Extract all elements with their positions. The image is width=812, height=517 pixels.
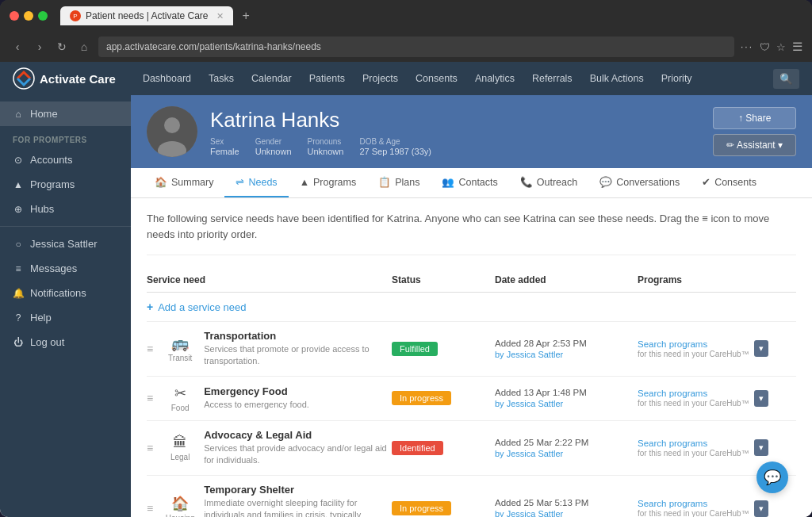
need-left-legal: ≡ 🏛 Legal Advocacy & Legal Aid Services … xyxy=(147,429,392,467)
shelter-label: Housing xyxy=(166,514,195,517)
need-text-shelter: Temporary Shelter Immediate overnight sl… xyxy=(204,484,392,517)
accounts-icon: ⊙ xyxy=(13,155,24,166)
fullscreen-button[interactable] xyxy=(38,11,48,21)
patient-info: Katrina Hanks Sex Female Gender Unknown xyxy=(210,108,700,156)
sidebar-item-logout[interactable]: ⏻ Log out xyxy=(0,330,131,354)
nav-consents[interactable]: Consents xyxy=(408,70,465,87)
sidebar-item-messages[interactable]: ≡ Messages xyxy=(0,256,131,281)
home-button[interactable]: ⌂ xyxy=(76,40,92,53)
sidebar-item-home[interactable]: ⌂ Home xyxy=(0,101,131,126)
tab-favicon: P xyxy=(70,10,81,21)
nav-priority[interactable]: Priority xyxy=(653,70,700,87)
dropdown-btn-legal[interactable]: ▾ xyxy=(754,439,768,456)
traffic-lights xyxy=(10,11,48,21)
nav-analytics[interactable]: Analytics xyxy=(467,70,523,87)
chat-fab-button[interactable]: 💬 xyxy=(756,461,788,493)
back-button[interactable]: ‹ xyxy=(10,40,25,53)
nav-calendar[interactable]: Calendar xyxy=(243,70,300,87)
legal-label: Legal xyxy=(170,453,190,461)
search-programs-link-shelter[interactable]: Search programs xyxy=(638,499,749,508)
tab-plans[interactable]: 📋 Plans xyxy=(367,168,431,197)
forward-button[interactable]: › xyxy=(32,40,48,53)
settings-icon[interactable]: ☰ xyxy=(792,40,802,54)
tab-contacts[interactable]: 👥 Contacts xyxy=(431,168,508,197)
dropdown-btn-shelter[interactable]: ▾ xyxy=(754,500,768,517)
bookmark-icon[interactable]: ☆ xyxy=(776,41,786,53)
tab-needs[interactable]: ⇌ Needs xyxy=(224,168,288,197)
tab-close-icon[interactable]: ✕ xyxy=(216,11,224,21)
dropdown-btn-transportation[interactable]: ▾ xyxy=(754,340,768,357)
tab-summary[interactable]: 🏠 Summary xyxy=(144,168,224,197)
nav-projects[interactable]: Projects xyxy=(354,70,406,87)
need-desc-transportation: Services that promote or provide access … xyxy=(204,343,392,368)
browser-window: P Patient needs | Activate Care ✕ + ‹ › … xyxy=(0,0,812,517)
add-need-row[interactable]: + Add a service need xyxy=(147,293,796,322)
address-bar[interactable] xyxy=(98,36,734,57)
programs-text-shelter: Search programs for this need in your Ca… xyxy=(638,499,749,517)
sidebar-notifications-label: Notifications xyxy=(30,287,86,299)
drag-handle-legal[interactable]: ≡ xyxy=(147,442,156,454)
date-legal: Added 25 Mar 2:22 PM by Jessica Sattler xyxy=(495,438,638,458)
search-programs-link-legal[interactable]: Search programs xyxy=(638,438,749,448)
sidebar: ⌂ Home FOR PROMPTERS ⊙ Accounts ▲ Progra… xyxy=(0,95,131,517)
summary-icon: 🏠 xyxy=(155,176,167,188)
drag-handle[interactable]: ≡ xyxy=(147,343,156,355)
shelter-icon: 🏠 xyxy=(171,495,189,512)
messages-icon: ≡ xyxy=(13,263,24,274)
date-by-food: by Jessica Sattler xyxy=(495,399,638,408)
top-navigation: Activate Care Dashboard Tasks Calendar P… xyxy=(0,62,812,95)
food-label: Food xyxy=(171,404,190,412)
search-button[interactable]: 🔍 xyxy=(773,69,799,89)
home-icon: ⌂ xyxy=(13,109,24,120)
date-by-legal: by Jessica Sattler xyxy=(495,449,638,458)
need-icon-wrap-legal: 🏛 Legal xyxy=(163,435,197,461)
reload-button[interactable]: ↻ xyxy=(54,40,70,53)
add-icon: + xyxy=(147,301,153,313)
programs-text-food: Search programs for this need in your Ca… xyxy=(638,389,749,408)
tab-outreach[interactable]: 📞 Outreach xyxy=(509,168,588,197)
drag-handle-shelter[interactable]: ≡ xyxy=(147,502,156,515)
needs-description: The following service needs have been id… xyxy=(147,211,796,255)
tab-consents[interactable]: ✔ Consents xyxy=(691,168,768,197)
sidebar-item-user[interactable]: ○ Jessica Sattler xyxy=(0,232,131,256)
assistant-button[interactable]: ✏ Assistant ▾ xyxy=(713,134,796,156)
nav-dashboard[interactable]: Dashboard xyxy=(135,70,199,87)
browser-tab[interactable]: P Patient needs | Activate Care ✕ xyxy=(60,6,233,25)
date-food: Added 13 Apr 1:48 PM by Jessica Sattler xyxy=(495,388,638,408)
need-icon-wrap-shelter: 🏠 Housing xyxy=(163,495,197,517)
programs-legal: Search programs for this need in your Ca… xyxy=(638,438,796,458)
close-button[interactable] xyxy=(10,11,19,21)
col-date-added: Date added xyxy=(495,274,638,285)
sidebar-item-accounts[interactable]: ⊙ Accounts xyxy=(0,147,131,172)
share-button[interactable]: ↑ Share xyxy=(713,107,796,129)
nav-patients[interactable]: Patients xyxy=(301,70,353,87)
outreach-icon: 📞 xyxy=(520,176,533,188)
food-icon: ✂ xyxy=(174,385,186,402)
nav-referrals[interactable]: Referrals xyxy=(524,70,580,87)
sidebar-item-notifications[interactable]: 🔔 Notifications xyxy=(0,281,131,305)
col-status: Status xyxy=(392,274,495,285)
help-icon: ? xyxy=(13,312,24,324)
nav-bulk-actions[interactable]: Bulk Actions xyxy=(582,70,652,87)
browser-menu-dots[interactable]: ··· xyxy=(741,41,753,52)
date-value-legal: Added 25 Mar 2:22 PM xyxy=(495,438,638,447)
need-desc-shelter: Immediate overnight sleeping facility fo… xyxy=(204,497,392,517)
sidebar-item-hubs[interactable]: ⊕ Hubs xyxy=(0,197,131,221)
tab-conversations[interactable]: 💬 Conversations xyxy=(588,168,691,197)
sidebar-item-programs[interactable]: ▲ Programs xyxy=(0,172,131,197)
dropdown-btn-food[interactable]: ▾ xyxy=(754,390,768,407)
col-service-need: Service need xyxy=(147,274,392,285)
date-value-shelter: Added 25 Mar 5:13 PM xyxy=(495,498,638,507)
minimize-button[interactable] xyxy=(24,11,33,21)
patient-tabs: 🏠 Summary ⇌ Needs ▲ Programs 📋 Plans xyxy=(131,168,812,198)
search-programs-link-food[interactable]: Search programs xyxy=(638,389,749,398)
shield-icon: 🛡 xyxy=(760,41,770,53)
sidebar-item-help[interactable]: ? Help xyxy=(0,305,131,330)
sidebar-logout-label: Log out xyxy=(30,336,64,348)
tab-programs[interactable]: ▲ Programs xyxy=(289,168,368,197)
nav-tasks[interactable]: Tasks xyxy=(201,70,242,87)
col-programs: Programs xyxy=(638,274,796,285)
new-tab-icon[interactable]: + xyxy=(243,9,250,23)
search-programs-link-transportation[interactable]: Search programs xyxy=(638,339,749,349)
drag-handle-food[interactable]: ≡ xyxy=(147,392,156,404)
